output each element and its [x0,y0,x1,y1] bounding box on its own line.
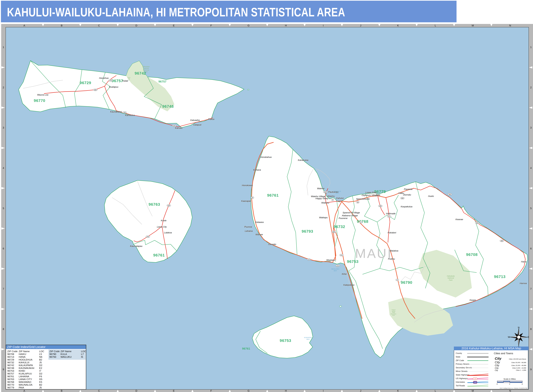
zip-row-cell: KIHEI [19,369,25,372]
route-shield-32-8: 32 [331,199,334,201]
grid-number-left-3: 3 [3,126,4,129]
zip-label-96793-9: 96793 [302,229,313,233]
route-shield-360-20: 360 [475,222,479,224]
town-label-paia: Paia [376,194,380,196]
grid-letter-bottom-B: B [61,389,62,392]
town-label-kualapuu: Kualapuu [109,86,118,88]
zip-label-96713-14: 96713 [494,274,505,279]
town-label-hana: Hana [521,261,526,263]
city-tier-desc-3: Cities 5,000 - 24,999 [512,367,526,369]
grid-tick-top-6 [229,24,231,26]
zip-label-96732-10: 96732 [334,224,345,229]
town-label-keanae: Keanae [455,218,463,221]
zip-row-cell: L7 [81,353,84,355]
zip-row-cell: F6 [39,375,42,378]
zip-row-cell: KALAUPAPA [19,364,33,367]
route-shield-460-0: 460 [93,89,97,91]
legend-sample-primary [467,363,489,366]
zip-row-cell: D2 [39,372,42,375]
town-label-honokahua: Honokahua [260,156,271,159]
grid-letter-bottom-N: N [509,389,511,392]
zip-row-cell: L5 [39,353,42,355]
grid-tick-left-6 [1,268,5,270]
town-label-kahului: Kahului [336,197,344,199]
town-label-ualapue: Ualapue [193,124,201,126]
grid-tick-bottom-13 [490,390,492,392]
city-tier-sample-0: City [495,357,501,360]
grid-number-left-2: 2 [3,86,4,89]
route-shield-430-4: 430 [167,205,171,207]
grid-tick-left-1 [1,66,5,68]
legend-sample-interstate-icon: 123 [467,381,489,384]
legend-sample-zip-icon [467,359,489,362]
zip-row-cell: LANAI CITY [19,378,32,381]
grid-number-right-1: 1 [530,46,532,49]
zip-label-96761-8: 96761 [267,193,279,198]
zip-row-cell: HOOLEHUA [19,358,33,361]
grid-letter-top-A: A [23,24,25,27]
town-label-waihee: Waihee [317,187,324,190]
route-shield-470-1: 470 [108,79,113,82]
grid-tick-right-1 [529,66,532,68]
zip-row-cell: 96793 [49,355,56,358]
grid-letter-top-E: E [173,24,175,27]
svg-text:E: E [528,336,529,338]
zip-row-cell: KAHULUI [19,361,29,364]
scale-seg-5 [510,382,522,383]
scale-seg-3 [497,382,504,383]
route-shield-310-13: 310 [336,265,340,267]
town-label-haliimaile: Haliimaile [386,212,396,215]
zip-col-header: ZIP Name [61,350,71,353]
grid-tick-left-2 [1,107,5,109]
grid-tick-bottom-8 [304,390,306,392]
city-tier-sample-1: City [495,360,500,364]
grid-tick-bottom-7 [266,390,268,392]
grid-number-left-8: 8 [3,328,4,331]
zip-row-cell: 96708 [7,353,14,355]
zip-row-cell: D2 [39,364,42,367]
grid-tick-right-2 [529,107,532,109]
legend-item-state: State [456,356,460,358]
zip-label-96757-2: 96757 [159,80,167,83]
legend-sample-secondary-icon [467,366,489,369]
zip-label-96763-6: 96763 [149,202,160,207]
zip-row-cell: B2 [39,383,42,386]
town-label-orpheum-village: Orpheum Village [362,194,378,196]
zip-label-96708-13: 96708 [466,252,478,257]
town-label-lanai-city: Lanai City [157,226,167,228]
town-label-kamiloloa: Kamiloloa [125,114,135,117]
park-label-3: Polipoli Spring State Recreation Area [391,309,396,316]
legend-sample-ushwy-icon: 123 [467,377,489,380]
zip-label-96770-4: 96770 [34,98,45,103]
route-shield-450-3: 450 [172,125,176,127]
grid-tick-top-13 [490,24,492,26]
grid-letter-top-K: K [397,24,399,27]
city-tier-sample-3: City [495,367,499,369]
town-label-honokowai: Honokowai [242,184,253,187]
legend-item-minor: Minor Streets [456,370,468,373]
grid-tick-bottom-10 [378,390,380,392]
svg-text:123: 123 [474,382,476,383]
zip-row-cell: 96742 [7,364,14,367]
grid-tick-bottom-4 [154,390,156,392]
grid-tick-right-7 [529,308,532,310]
grid-tick-bottom-2 [79,390,81,392]
grid-tick-top-10 [378,24,380,26]
route-shield-450-2: 450 [122,112,127,114]
city-tier-sample-2: City [495,364,499,367]
grid-letter-bottom-C: C [98,389,100,392]
grid-tick-left-7 [1,308,5,310]
zip-label-96729-3: 96729 [79,80,91,85]
town-label-lower-paia: Lower Paia [365,191,376,194]
town-label-lalakoa: Lalakoa [164,231,172,234]
grid-letter-top-J: J [360,24,361,27]
zip-row-cell: 96763 [7,378,14,381]
zip-label-96761-7: 96761 [153,253,165,257]
grid-letter-top-N: N [509,24,511,27]
zip-row-cell: 96757 [7,372,14,375]
town-label-kaupakulua: Kaupakulua [401,205,412,208]
legend-sample-state [467,355,489,359]
legend-sample-toll-icon [467,384,489,387]
grid-letter-bottom-I: I [323,389,323,392]
zip-row-cell: KUALAPUU [19,372,32,375]
